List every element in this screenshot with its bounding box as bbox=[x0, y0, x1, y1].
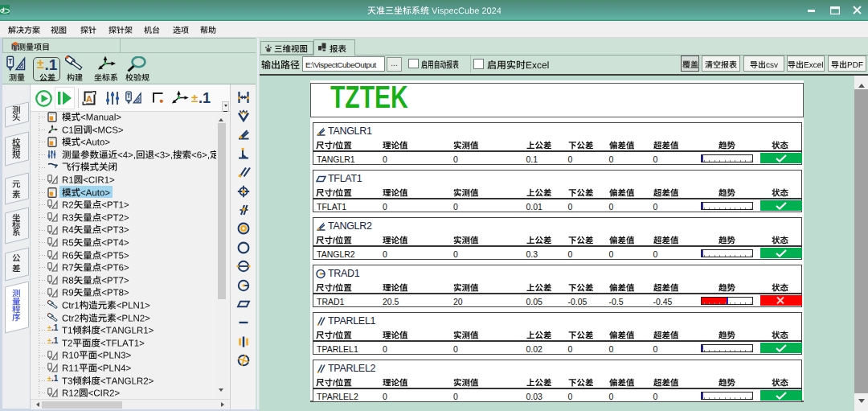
svg-text:A: A bbox=[86, 94, 92, 104]
